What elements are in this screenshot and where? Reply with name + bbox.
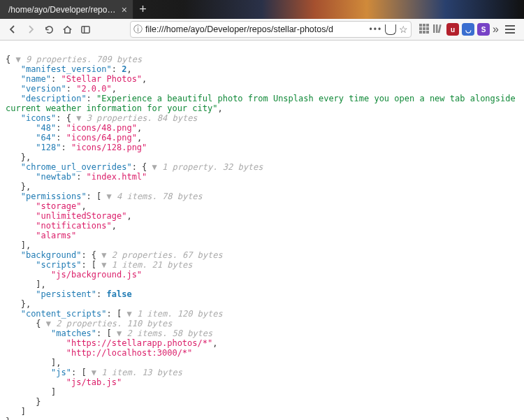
collapse-icon[interactable]: ▼	[92, 368, 96, 377]
svg-rect-0	[81, 26, 89, 32]
v-perm-3: "alarms"	[36, 231, 76, 240]
k-name: "name"	[21, 74, 51, 84]
new-tab-button[interactable]: +	[133, 0, 152, 19]
k-background: "background"	[21, 250, 82, 260]
back-icon	[7, 24, 18, 35]
bookmark-icon[interactable]: ☆	[399, 24, 408, 35]
address-bar[interactable]: ⓘ file:///home/ayo/Developer/repos/stell…	[130, 21, 412, 38]
page-actions-icon[interactable]: •••	[369, 24, 382, 34]
meta-cs0-matches: 2 items. 58 bytes	[126, 328, 212, 338]
v-bg-scripts-0: "js/background.js"	[51, 270, 142, 280]
home-icon	[62, 24, 73, 35]
toolbar-right: u ◡ S »	[419, 21, 520, 38]
v-perm-1: "unlimitedStorage"	[36, 211, 126, 221]
svg-rect-6	[423, 27, 425, 30]
meta-icons: 3 properties. 84 bytes	[87, 113, 198, 123]
k-permissions: "permissions"	[21, 191, 87, 201]
books-icon	[432, 23, 444, 34]
stylus-icon[interactable]: S	[477, 23, 490, 36]
k-persistent: "persistent"	[36, 289, 96, 299]
collapse-icon[interactable]: ▼	[76, 113, 81, 123]
overflow-icon[interactable]: »	[493, 23, 499, 36]
collapse-icon[interactable]: ▼	[101, 260, 106, 270]
k-content-scripts: "content_scripts"	[21, 309, 107, 319]
back-button[interactable]	[4, 21, 21, 38]
svg-rect-4	[426, 24, 429, 27]
k-icon-48: "48"	[36, 123, 56, 133]
k-cs-js: "js"	[51, 368, 71, 377]
svg-rect-3	[423, 24, 425, 27]
svg-rect-12	[436, 24, 438, 33]
hamburger-menu[interactable]	[502, 21, 518, 38]
v-cs-js-0: "js/tab.js"	[66, 377, 122, 387]
meta-content-scripts: 1 item. 120 bytes	[137, 309, 223, 319]
k-overrides: "chrome_url_overrides"	[21, 162, 132, 172]
v-perm-2: "notifications"	[36, 221, 111, 231]
k-icons: "icons"	[21, 113, 57, 123]
grid-icon	[419, 23, 430, 34]
tab-strip: /home/ayo/Developer/repos/ste × +	[0, 0, 524, 19]
shield-icon[interactable]: ◡	[462, 23, 474, 36]
svg-rect-13	[438, 24, 442, 32]
ublock-icon[interactable]: u	[446, 23, 459, 36]
k-icon-128: "128"	[36, 143, 61, 152]
url-text: file:///home/ayo/Developer/repos/stellar…	[145, 24, 366, 34]
toolbar: ⓘ file:///home/ayo/Developer/repos/stell…	[0, 19, 524, 41]
json-viewer: { ▼ 9 properties. 709 bytes "manifest_ve…	[0, 41, 524, 420]
library-icon[interactable]	[432, 23, 444, 36]
meta-overrides: 1 property. 32 bytes	[162, 162, 263, 172]
meta-root: 9 properties. 709 bytes	[26, 55, 142, 64]
collapse-icon[interactable]: ▼	[117, 328, 122, 338]
pocket-icon[interactable]	[385, 24, 396, 35]
meta-bg-scripts: 1 item. 21 bytes	[112, 260, 193, 270]
svg-rect-2	[419, 24, 422, 27]
v-persistent: false	[107, 289, 132, 299]
collapse-icon[interactable]: ▼	[101, 250, 106, 260]
collapse-icon[interactable]: ▼	[152, 162, 157, 172]
v-icon-48: "icons/48.png"	[66, 123, 137, 133]
apps-icon[interactable]	[419, 23, 430, 36]
k-bg-scripts: "scripts"	[36, 260, 81, 270]
svg-rect-11	[433, 24, 435, 33]
svg-rect-8	[419, 31, 422, 34]
k-newtab: "newtab"	[36, 172, 76, 182]
reload-icon	[44, 24, 54, 35]
sidebar-icon	[80, 24, 91, 35]
k-icon-64: "64"	[36, 133, 56, 143]
svg-rect-7	[426, 27, 429, 30]
sidebar-button[interactable]	[77, 21, 94, 38]
meta-background: 2 properties. 67 bytes	[112, 250, 223, 260]
v-cs-matches-1: "http://localhost:3000/*"	[66, 348, 193, 358]
close-icon[interactable]: ×	[122, 5, 127, 15]
meta-cs0-js: 1 item. 13 bytes	[101, 368, 182, 377]
forward-button	[22, 21, 39, 38]
v-cs-matches-0: "https://stellarapp.photos/*"	[66, 338, 213, 348]
v-name: "Stellar Photos"	[61, 74, 143, 84]
collapse-icon[interactable]: ▼	[15, 55, 20, 64]
v-icon-128: "icons/128.png"	[71, 143, 147, 152]
collapse-icon[interactable]: ▼	[126, 309, 131, 319]
tab-title: /home/ayo/Developer/repos/ste	[8, 5, 122, 15]
svg-rect-9	[423, 31, 425, 34]
v-version: "2.0.0"	[76, 84, 112, 94]
v-icon-64: "icons/64.png"	[66, 133, 137, 143]
collapse-icon[interactable]: ▼	[46, 319, 51, 328]
v-perm-0: "storage"	[36, 201, 81, 211]
browser-tab[interactable]: /home/ayo/Developer/repos/ste ×	[0, 0, 133, 19]
svg-rect-5	[419, 27, 422, 30]
svg-rect-10	[426, 31, 429, 34]
collapse-icon[interactable]: ▼	[107, 191, 112, 201]
meta-permissions: 4 items. 78 bytes	[117, 191, 203, 201]
meta-cs0: 2 properties. 110 bytes	[56, 319, 172, 328]
k-cs-matches: "matches"	[51, 328, 96, 338]
info-icon[interactable]: ⓘ	[133, 23, 143, 36]
home-button[interactable]	[59, 21, 75, 38]
forward-icon	[25, 24, 36, 35]
k-manifest-version: "manifest_version"	[21, 64, 112, 74]
k-description: "description"	[21, 94, 87, 103]
reload-button[interactable]	[41, 21, 57, 38]
v-newtab: "index.html"	[87, 172, 147, 182]
k-version: "version"	[21, 84, 66, 94]
